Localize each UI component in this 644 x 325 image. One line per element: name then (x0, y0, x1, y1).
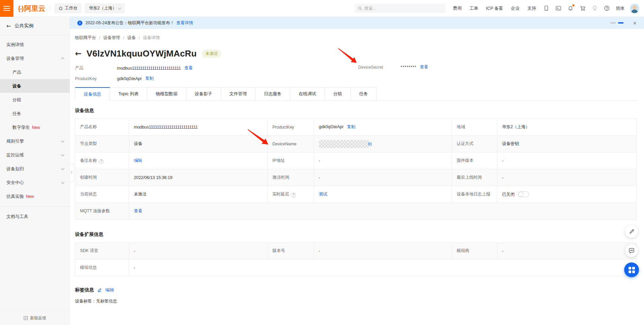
sidebar-back-header[interactable]: ← 公共实例 (0, 17, 70, 35)
mqtt-params-label: MQTT 连接参数 (75, 203, 129, 220)
chevron-down-icon (61, 167, 65, 170)
breadcrumb-item-2[interactable]: 设备 (127, 35, 136, 41)
sidebar-divider (0, 206, 70, 207)
chevron-down-icon (118, 6, 121, 9)
feedback-button[interactable]: 新版反馈 (0, 311, 70, 325)
device-ext-table: SDK 语言-版本号-模组商-模组信息- (75, 242, 637, 276)
sidebar-item-5[interactable]: 任务 (0, 107, 70, 120)
sidebar-item-label: 分组 (12, 97, 21, 103)
help-icon[interactable] (604, 5, 610, 11)
notification-bell-icon[interactable] (568, 5, 573, 11)
carousel-dot-inactive[interactable] (610, 22, 616, 24)
sidebar-item-6[interactable]: 数字孪生New (0, 120, 70, 134)
view-devicesecret-link[interactable]: 查看 (420, 64, 428, 70)
instance-name: 公共实例 (14, 23, 33, 29)
sidebar-collapse-handle[interactable] (70, 164, 74, 182)
remark-name-label: 备注名称? (75, 152, 129, 169)
firmware-version-label: 固件版本 (452, 152, 497, 169)
sidebar-item-9[interactable]: 设备划归 (0, 162, 70, 176)
module-info-value: - (129, 259, 637, 276)
current-status-value: 未激活 (129, 186, 268, 203)
sidebar-item-10[interactable]: 安全中心 (0, 176, 70, 189)
mobile-app-icon[interactable] (543, 5, 549, 11)
tab-2[interactable]: 物模型数据 (147, 87, 186, 100)
create-time-value: 2022/06/13 15:36:19 (129, 169, 268, 186)
toggle-switch-off[interactable] (518, 191, 529, 197)
breadcrumb-item-1[interactable]: 设备管理 (103, 35, 120, 41)
sidebar-item-11[interactable]: 仿真实验New (0, 189, 70, 203)
terminal-icon[interactable] (556, 5, 561, 11)
aliyun-logo[interactable]: (-) 阿里云 (18, 4, 45, 13)
sidebar-item-label: 文档与工具 (6, 214, 28, 220)
avatar[interactable] (630, 4, 639, 13)
new-badge: New (26, 194, 34, 199)
sidebar-item-label: 设备 (12, 83, 21, 89)
sidebar-item-8[interactable]: 监控运维 (0, 148, 70, 162)
sidebar-item-7[interactable]: 规则引擎 (0, 134, 70, 148)
value-text: - (134, 249, 135, 253)
sidebar-item-label: 产品 (12, 69, 21, 75)
new-badge: New (32, 125, 40, 130)
sidebar-item-2[interactable]: 产品 (0, 65, 70, 79)
help-tooltip-icon[interactable]: ? (291, 193, 296, 197)
version-number-value: - (314, 243, 452, 259)
remark-name-link[interactable]: 编辑 (134, 158, 142, 163)
edit-tags-link[interactable]: 编辑 (105, 287, 114, 293)
copy-productkey-link[interactable]: 复制 (145, 76, 154, 81)
search-input[interactable] (364, 6, 443, 11)
header-menu-item-1[interactable]: 工单 (469, 5, 478, 11)
announcement-detail-link[interactable]: 查看详情 (176, 20, 193, 26)
search-box[interactable] (355, 4, 446, 13)
value-text: - (502, 158, 503, 163)
tab-4[interactable]: 文件管理 (221, 87, 256, 100)
tab-7[interactable]: 分组 (325, 87, 351, 100)
shopping-cart-icon[interactable] (580, 5, 585, 11)
back-arrow-icon[interactable]: ← (75, 50, 81, 58)
close-icon[interactable]: × (633, 20, 637, 26)
workbench-button[interactable]: 工作台 (54, 3, 82, 13)
carousel-dot-active[interactable] (618, 22, 623, 24)
mosaic-blur (319, 140, 369, 148)
header-menu-item-2[interactable]: ICP 备案 (486, 5, 503, 11)
header-menu-item-3[interactable]: 企业 (511, 5, 520, 11)
copy-link[interactable]: 复制 (347, 124, 355, 129)
last-online-time-label: 最后上线时间 (452, 169, 497, 186)
activate-time-value: - (314, 169, 452, 186)
feedback-chat-button[interactable] (625, 244, 638, 257)
help-tooltip-icon[interactable]: ? (99, 159, 104, 164)
survey-edit-button[interactable] (625, 225, 638, 238)
sidebar-item-13[interactable]: 文档与工具 (0, 210, 70, 223)
value-text: 2022/06/13 15:36:19 (134, 175, 173, 180)
table-row: 产品名称modbus111111111111111111111111Produc… (75, 119, 637, 136)
lightbulb-icon[interactable] (592, 5, 598, 11)
tab-5[interactable]: 日志服务 (256, 87, 290, 100)
sidebar-item-3[interactable]: 设备 (0, 79, 70, 93)
tab-8[interactable]: 任务 (351, 87, 377, 100)
section-title-device-ext-info: 设备扩展信息 (75, 231, 637, 238)
announcement-banner: i 2022-05-24发布公告：物联网平台新功能发布！ 查看详情 × (70, 17, 644, 29)
region-selector[interactable]: 华东2（上海） (85, 3, 125, 13)
value-text: - (319, 158, 320, 163)
sidebar-item-1[interactable]: 设备管理 (0, 51, 70, 65)
tab-0[interactable]: 设备信息 (75, 87, 110, 100)
breadcrumb-item-0[interactable]: 物联网平台 (75, 35, 96, 41)
hamburger-menu-icon[interactable] (0, 0, 13, 17)
tab-1[interactable]: Topic 列表 (110, 87, 147, 100)
header-menu-item-4[interactable]: 支持 (527, 5, 536, 11)
value-text: - (502, 249, 503, 253)
mqtt-params-link[interactable]: 查看 (134, 209, 142, 213)
contact-widget-button[interactable] (624, 262, 639, 277)
tab-3[interactable]: 设备影子 (186, 87, 221, 100)
feedback-icon (24, 316, 28, 320)
firmware-version-value: - (497, 152, 637, 169)
header-menu-item-0[interactable]: 费用 (453, 5, 462, 11)
sidebar-item-0[interactable]: 实例详情 (0, 38, 70, 51)
realtime-delay-link[interactable]: 测试 (319, 192, 327, 196)
sidebar-item-4[interactable]: 分组 (0, 93, 70, 107)
edit-pencil-icon[interactable] (97, 288, 102, 292)
tab-6[interactable]: 在线调试 (290, 87, 325, 100)
value-text: - (134, 265, 135, 270)
device-name-label: DeviceName (268, 136, 314, 152)
view-product-link[interactable]: 查看 (184, 65, 193, 71)
language-selector[interactable]: 简体 (616, 5, 624, 11)
